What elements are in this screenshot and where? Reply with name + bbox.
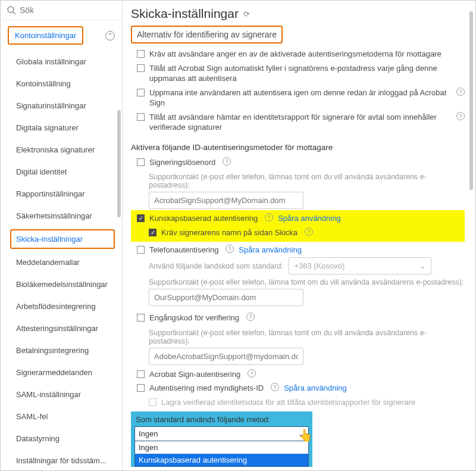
highlighted-kba-block: ✓ Kunskapsbaserad autentisering ? Spåra … [131, 210, 465, 242]
sidebar-item[interactable]: Bioläkemedelsinställningar [1, 273, 120, 295]
allow-sender-change: ✓ Tillåt att avsändare ändrar den förval… [131, 469, 465, 470]
info-icon[interactable]: ? [305, 227, 313, 236]
scrollbar[interactable] [117, 110, 121, 217]
sidebar-item[interactable]: Digital identitet [1, 161, 120, 183]
sidebar-header-label: Kontoinställningar [15, 31, 76, 40]
default-method-label: Som standard används följande metod: [131, 415, 312, 426]
info-icon[interactable]: ? [271, 383, 279, 391]
default-method-select[interactable]: Ingen ⌄ 👆 [134, 426, 309, 441]
sidebar-item[interactable]: Signaturinställningar [1, 95, 120, 117]
sidebar-item[interactable]: Signerarmeddelanden [1, 361, 120, 383]
sidebar-item[interactable]: Digitala signaturer [1, 117, 120, 139]
chevron-down-icon: ⌄ [419, 261, 426, 270]
checkbox[interactable] [137, 246, 145, 254]
method-label: Autentisering med myndighets-ID [149, 383, 264, 394]
sidebar-item-send-settings[interactable]: Skicka-inställningar [10, 229, 115, 249]
info-icon[interactable]: ? [456, 112, 465, 120]
refresh-icon[interactable]: ⟳ [243, 10, 250, 18]
main-content: Skicka-inställningar ⟳ Alternativ för id… [123, 1, 475, 470]
sidebar-item[interactable]: Globala inställningar [1, 51, 120, 73]
checkbox[interactable] [137, 50, 145, 58]
option-label: Kräv signerarens namn på sidan Skicka [161, 227, 298, 238]
sidebar-item[interactable]: Rapportinställningar [1, 183, 120, 205]
method-label: Signeringslösenord [149, 157, 215, 168]
svg-line-1 [13, 12, 15, 14]
method-label: Kunskapsbaserad autentisering [149, 213, 258, 224]
checkbox[interactable] [137, 113, 145, 121]
country-code-label: Använd följande landskod som standard: [131, 258, 283, 273]
option-label: Tillåt att avsändare hämtar en identitet… [149, 112, 449, 133]
select-value: +383 (Kosovo) [294, 261, 345, 270]
option-label: Lagra verifierad identitetsdata för att … [161, 397, 415, 408]
default-method-block: Som standard används följande metod: Ing… [131, 411, 312, 467]
support-contact-label: Supportkontakt (e-post eller telefon, lä… [131, 169, 465, 192]
select-value: Ingen [139, 429, 158, 438]
sidebar-item[interactable]: Datastyrning [1, 428, 120, 450]
support-contact-label: Supportkontakt (e-post eller telefon, lä… [131, 275, 465, 289]
checkbox[interactable] [137, 384, 145, 392]
page-title: Skicka-inställningar ⟳ [131, 7, 465, 21]
checkbox[interactable] [149, 398, 156, 406]
method-label: Telefonautentisering [149, 245, 218, 255]
option-label: Kräv att avsändare anger en av de aktive… [149, 49, 441, 60]
info-icon[interactable]: ? [456, 88, 465, 96]
info-icon[interactable]: ? [246, 313, 255, 321]
checkbox[interactable]: ✓ [137, 214, 145, 222]
support-contact-label: Supportkontakt (e-post eller telefon, lä… [131, 325, 465, 348]
track-usage-link[interactable]: Spåra användning [284, 383, 347, 394]
sidebar: Kontoinställningar ⌃ Globala inställning… [1, 1, 123, 470]
track-usage-link[interactable]: Spåra användning [278, 213, 341, 224]
search-row [1, 1, 122, 20]
option-label: Tillåt att Acrobat Sign automatiskt fyll… [149, 63, 465, 84]
select-option[interactable]: Ingen [134, 441, 309, 454]
id-methods-heading: Aktivera följande ID-autentiseringsmetod… [131, 135, 465, 155]
sidebar-item[interactable]: SAML-inställningar [1, 383, 120, 406]
sidebar-item[interactable]: Betalningsintegrering [1, 339, 120, 361]
sidebar-item[interactable]: SAML-fel [1, 406, 120, 428]
info-icon[interactable]: ? [223, 157, 231, 166]
svg-point-0 [8, 7, 14, 13]
info-icon[interactable]: ? [265, 213, 273, 222]
select-option[interactable]: Kunskapsbaserad autentisering [134, 454, 309, 467]
method-label: Acrobat Sign-autentisering [149, 369, 240, 380]
support-contact-input[interactable] [149, 348, 303, 365]
sidebar-accordion-account[interactable]: Kontoinställningar ⌃ [1, 20, 122, 51]
checkbox[interactable]: ✓ [149, 229, 156, 236]
method-signing-password: Signeringslösenord ? [131, 155, 465, 170]
sidebar-item[interactable]: Säkerhetsinställningar [1, 205, 120, 227]
chevron-down-icon: ⌄ [298, 429, 305, 438]
search-icon [7, 5, 16, 15]
option-row: Uppmana inte användaren att autentisera … [131, 86, 465, 110]
option-row: Tillåt att Acrobat Sign automatiskt fyll… [131, 61, 465, 86]
country-code-select[interactable]: +383 (Kosovo) ⌄ [289, 257, 431, 275]
method-phone: Telefonautentisering ? Spåra användning [131, 243, 465, 257]
method-label: Engångskod för verifiering [149, 313, 239, 323]
support-contact-input[interactable] [149, 192, 303, 209]
checkbox[interactable] [137, 370, 145, 378]
support-contact-input[interactable] [149, 289, 303, 306]
sidebar-item[interactable]: Meddelandemallar [1, 251, 120, 273]
track-usage-link[interactable]: Spåra användning [239, 245, 302, 255]
sidebar-item[interactable]: Attesteringsinställningar [1, 317, 120, 339]
checkbox[interactable] [137, 89, 145, 96]
method-otp: Engångskod för verifiering ? [131, 311, 465, 325]
chevron-up-icon: ⌃ [105, 31, 115, 40]
section-signer-id-options: Alternativ för identifiering av signerar… [131, 26, 283, 43]
sidebar-item[interactable]: Arbetsflödesintegrering [1, 295, 120, 317]
store-identity-data: Lagra verifierad identitetsdata för att … [131, 395, 465, 410]
sidebar-item[interactable]: Inställningar för tidsstäm... [1, 450, 120, 470]
info-icon[interactable]: ? [226, 245, 234, 253]
scrollbar[interactable] [469, 11, 473, 190]
nav-list: Globala inställningar Kontoinställning S… [1, 51, 122, 470]
option-row: Tillåt att avsändare hämtar en identitet… [131, 110, 465, 135]
checkbox[interactable] [137, 314, 145, 322]
info-icon[interactable]: ? [248, 369, 256, 378]
search-input[interactable] [20, 5, 116, 15]
sidebar-item[interactable]: Elektroniska signaturer [1, 139, 120, 161]
option-label: Uppmana inte användaren att autentisera … [149, 88, 449, 108]
sidebar-item[interactable]: Kontoinställning [1, 73, 120, 95]
method-kba: ✓ Kunskapsbaserad autentisering ? Spåra … [131, 211, 465, 226]
checkbox[interactable] [137, 158, 145, 166]
checkbox[interactable] [137, 64, 145, 72]
kba-require-name: ✓ Kräv signerarens namn på sidan Skicka … [131, 226, 465, 240]
